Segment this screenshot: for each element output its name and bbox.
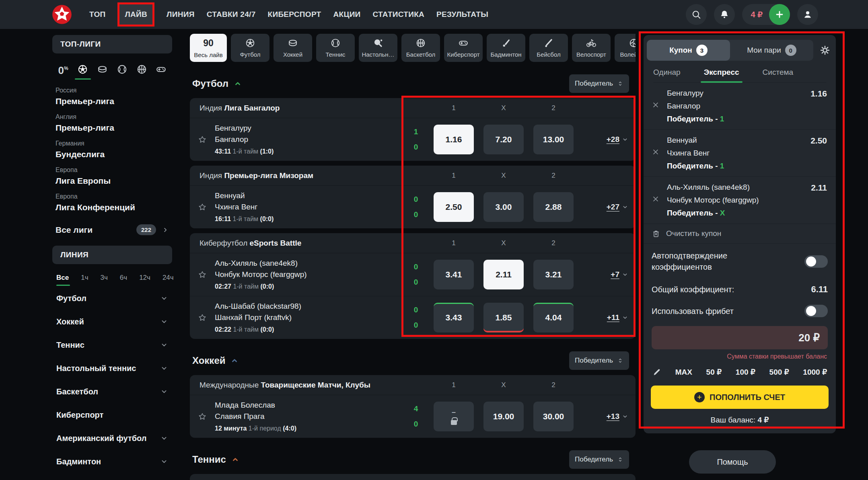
sidebar-sport-filter[interactable] [133, 64, 150, 80]
bet-mode-tab[interactable]: Экспресс [704, 68, 739, 82]
sport-tab[interactable]: Хоккей [274, 34, 312, 62]
nav-item[interactable]: СТАТИСТИКА [373, 10, 425, 19]
bet-mode-tab[interactable]: Одинар [653, 68, 681, 82]
deposit-button[interactable]: ПОПОЛНИТЬ СЧЕТ [651, 386, 829, 409]
sidebar-sport-item[interactable]: Футбол [52, 287, 172, 310]
odd-button[interactable]: – [434, 402, 474, 431]
sidebar-sport-filter[interactable] [113, 64, 130, 80]
time-filter[interactable]: 24ч [162, 274, 174, 286]
star-icon[interactable] [198, 313, 207, 322]
match-info[interactable]: Веннуай Чхинга Венг 16:11 1-й тайм (0:0) [215, 191, 408, 223]
quick-stake-button[interactable]: 1000 ₽ [803, 367, 827, 377]
time-filter[interactable]: 1ч [81, 274, 88, 286]
gear-icon[interactable] [820, 45, 830, 55]
quick-stake-button[interactable]: MAX [675, 368, 692, 377]
autoconfirm-toggle[interactable] [804, 255, 828, 268]
star-icon[interactable] [198, 270, 207, 279]
star-icon[interactable] [198, 412, 207, 421]
odd-button[interactable]: 1.85 [483, 303, 524, 332]
close-icon[interactable] [652, 101, 660, 109]
sport-tab[interactable]: Баскетбол [401, 34, 440, 62]
time-filter[interactable]: 12ч [139, 274, 150, 286]
sport-tab[interactable]: Футбол [231, 34, 269, 62]
odd-button[interactable]: 1.16 [434, 125, 474, 154]
odd-button[interactable]: 13.00 [533, 125, 574, 154]
match-info[interactable]: Аль-Хиляль (sane4ek8) Чонбук Моторс (fea… [215, 259, 408, 290]
market-filter-dropdown[interactable]: Победитель [569, 74, 629, 93]
profile-button[interactable] [797, 4, 818, 25]
odd-button[interactable]: 3.21 [533, 260, 574, 289]
league-item[interactable]: Европа Лига Конференций [56, 193, 172, 212]
app-logo-icon[interactable] [51, 4, 72, 25]
nav-item[interactable]: ЛИНИЯ [167, 10, 195, 19]
nav-item[interactable]: ТОП [89, 10, 105, 19]
tab-coupon[interactable]: Купон 3 [647, 40, 730, 61]
league-item[interactable]: Европа Лига Европы [56, 166, 172, 186]
bet-mode-tab[interactable]: Система [763, 68, 794, 82]
freebet-toggle[interactable] [804, 305, 828, 317]
nav-item[interactable]: ЛАЙВ [117, 2, 154, 27]
clear-coupon-button[interactable]: Очистить купон [644, 224, 836, 244]
caret-up-icon[interactable] [231, 455, 240, 464]
sidebar-sport-item[interactable]: Бадминтон [52, 450, 172, 473]
nav-item[interactable]: РЕЗУЛЬТАТЫ [436, 10, 488, 19]
nav-item[interactable]: АКЦИИ [333, 10, 361, 19]
sport-tab[interactable]: Теннис [316, 34, 355, 62]
sport-tab[interactable]: Настольн… [359, 34, 397, 62]
match-info[interactable]: Аль-Шабаб (blackstar98) Шанхай Порт (kra… [215, 302, 408, 333]
sport-tab[interactable]: Бейсбол [529, 34, 568, 62]
search-button[interactable] [686, 4, 707, 25]
sidebar-sport-filter[interactable] [74, 64, 91, 80]
odd-button[interactable]: 19.00 [483, 402, 524, 431]
all-leagues-link[interactable]: Все лиги 222 [56, 224, 169, 235]
caret-up-icon[interactable] [233, 79, 242, 88]
more-markets-link[interactable]: +11 [583, 313, 628, 322]
match-info[interactable]: Млада Болеслав Славия Прага 12 минута 1-… [215, 401, 408, 432]
close-icon[interactable] [652, 195, 660, 203]
caret-up-icon[interactable] [230, 356, 239, 365]
time-filter[interactable]: 6ч [120, 274, 127, 286]
sidebar-sport-item[interactable]: Баскетбол [52, 380, 172, 403]
stake-input[interactable]: 20 ₽ [652, 326, 828, 349]
sidebar-sport-filter[interactable] [153, 64, 170, 80]
star-icon[interactable] [198, 203, 207, 211]
odd-button[interactable]: 7.20 [483, 125, 524, 154]
sport-tab[interactable]: Волейбол [615, 34, 636, 62]
notifications-button[interactable] [714, 4, 735, 25]
sidebar-sport-item[interactable]: Киберспорт [52, 403, 172, 427]
help-button[interactable]: Помощь [689, 450, 776, 474]
market-filter-dropdown[interactable]: Победитель [569, 450, 629, 469]
market-filter-dropdown[interactable]: Победитель [569, 351, 629, 370]
quick-stake-button[interactable]: 500 ₽ [769, 367, 789, 377]
odd-button[interactable]: 2.50 [434, 192, 474, 222]
quick-stake-button[interactable]: 50 ₽ [706, 367, 722, 377]
sport-tab[interactable]: Бадминтон [487, 34, 525, 62]
more-markets-link[interactable]: +28 [583, 135, 628, 144]
top-up-button[interactable] [769, 4, 790, 25]
more-markets-link[interactable]: +27 [583, 203, 628, 211]
sidebar-sport-filter[interactable]: 0% [55, 64, 72, 80]
sport-tab[interactable]: Киберспорт [444, 34, 483, 62]
more-markets-link[interactable]: +7 [583, 270, 628, 279]
odd-button[interactable]: 2.88 [533, 192, 574, 222]
sidebar-sport-item[interactable]: Настольный теннис [52, 357, 172, 380]
time-filter[interactable]: Все [56, 274, 69, 286]
close-icon[interactable] [652, 148, 660, 156]
nav-item[interactable]: КИБЕРСПОРТ [268, 10, 321, 19]
star-icon[interactable] [198, 135, 207, 144]
odd-button[interactable]: 3.43 [434, 303, 474, 332]
odd-button[interactable]: 3.00 [483, 192, 524, 222]
time-filter[interactable]: 3ч [101, 274, 108, 286]
pencil-icon[interactable] [652, 368, 661, 377]
odd-button[interactable]: 30.00 [533, 402, 574, 431]
tab-my-bets[interactable]: Мои пари 0 [730, 40, 813, 61]
odd-button[interactable]: 3.41 [434, 260, 474, 289]
sport-tab[interactable]: Велоспорт [572, 34, 611, 62]
league-item[interactable]: Россия Премьер-лига [56, 87, 172, 106]
balance-pill[interactable]: 4 ₽ [742, 4, 790, 25]
odd-button[interactable]: 2.11 [483, 260, 524, 289]
sport-tab[interactable]: 90 Весь лайв [190, 34, 227, 62]
sidebar-sport-item[interactable]: Теннис [52, 333, 172, 357]
quick-stake-button[interactable]: 100 ₽ [736, 367, 755, 377]
sidebar-sport-filter[interactable] [94, 64, 111, 80]
